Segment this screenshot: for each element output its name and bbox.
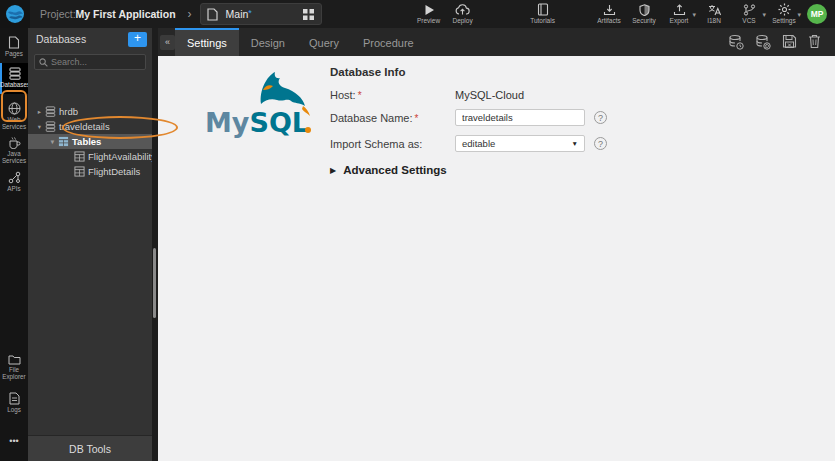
- select-caret-icon: ▼: [572, 140, 578, 147]
- database-name-row: Database Name:* ?: [330, 109, 607, 126]
- pages-icon: [8, 36, 20, 49]
- sidebar-item-web-services[interactable]: Web Services: [0, 98, 28, 130]
- required-mark: *: [415, 113, 419, 124]
- preview-button[interactable]: Preview: [414, 0, 444, 28]
- artifacts-button[interactable]: Artifacts: [594, 0, 624, 28]
- advanced-settings-label: Advanced Settings: [343, 164, 447, 176]
- i18n-translate-icon: [708, 4, 721, 16]
- tree-item-tables[interactable]: ▾ Tables: [28, 134, 152, 149]
- table-icon: [74, 166, 85, 177]
- form-heading: Database Info: [330, 66, 405, 78]
- panel-scrollbar-thumb[interactable]: [153, 248, 156, 318]
- top-bar: Project:My First Application › Main* Pre…: [0, 0, 835, 28]
- sidebar-item-file-explorer[interactable]: File Explorer: [0, 350, 28, 380]
- delete-database-icon[interactable]: [808, 34, 821, 49]
- database-search[interactable]: [34, 54, 146, 70]
- databases-panel: Databases + ▸ hrdb ▾ traveldetail: [28, 28, 152, 461]
- sidebar-item-logs[interactable]: Logs: [0, 388, 28, 414]
- tree-item-traveldetails[interactable]: ▾ traveldetails: [28, 119, 152, 134]
- tutorials-button[interactable]: Tutorials: [528, 0, 558, 28]
- vcs-branch-icon: [743, 4, 756, 16]
- page-file-icon: [207, 8, 218, 21]
- vcs-button[interactable]: VCS ▾: [734, 0, 764, 28]
- database-icon: [45, 106, 56, 117]
- export-button[interactable]: Export ▾: [664, 0, 694, 28]
- tab-settings[interactable]: Settings: [175, 28, 239, 56]
- java-services-coffee-icon: [8, 136, 21, 149]
- database-actions-group: [728, 34, 821, 50]
- security-button[interactable]: Security: [629, 0, 659, 28]
- export-upload-icon: [673, 4, 686, 16]
- settings-content: MySQL Database Info Host:* MySQL-Cloud D…: [158, 56, 835, 461]
- tree-item-hrdb[interactable]: ▸ hrdb: [28, 104, 152, 119]
- deploy-button[interactable]: Deploy: [448, 0, 478, 28]
- tree-item-flightavailability[interactable]: FlightAvailability: [28, 149, 152, 164]
- import-schema-select[interactable]: editable ▼: [455, 135, 585, 152]
- advanced-settings-toggle[interactable]: ▶ Advanced Settings: [330, 164, 447, 176]
- tab-design[interactable]: Design: [239, 28, 297, 56]
- host-row: Host:* MySQL-Cloud: [330, 89, 524, 101]
- open-page-tab-main[interactable]: Main*: [200, 3, 322, 25]
- preview-play-icon: [423, 4, 435, 16]
- content-tab-bar: « Settings Design Query Procedure: [158, 28, 835, 56]
- search-input[interactable]: [51, 57, 141, 67]
- databases-icon: [9, 67, 21, 80]
- tree-item-flightdetails[interactable]: FlightDetails: [28, 164, 152, 179]
- sidebar-item-java-services[interactable]: Java Services: [0, 132, 28, 164]
- sidebar-item-pages[interactable]: Pages: [0, 32, 28, 58]
- project-label: Project:: [40, 8, 76, 20]
- tab-procedure[interactable]: Procedure: [351, 28, 426, 56]
- database-name-input[interactable]: [455, 109, 585, 126]
- main-tab-label: Main*: [226, 8, 252, 20]
- dashboard-grid-icon[interactable]: [302, 8, 315, 21]
- user-avatar[interactable]: MP: [807, 4, 827, 24]
- run-actions-group: Preview Deploy: [414, 0, 478, 28]
- save-database-icon[interactable]: [782, 34, 797, 49]
- breadcrumb-chevron-icon: ›: [188, 7, 192, 21]
- i18n-button[interactable]: I18N: [699, 0, 729, 28]
- expander-open-icon[interactable]: ▾: [35, 123, 44, 131]
- app-logo[interactable]: [0, 0, 30, 28]
- tab-query[interactable]: Query: [297, 28, 351, 56]
- logs-icon: [9, 392, 20, 405]
- breadcrumb: Project:My First Application: [40, 8, 176, 20]
- sidebar-item-apis[interactable]: APIs: [0, 167, 28, 193]
- required-mark: *: [358, 90, 362, 101]
- database-tree: ▸ hrdb ▾ traveldetails ▾: [28, 104, 152, 179]
- table-icon: [74, 151, 85, 162]
- database-name-label: Database Name:*: [330, 112, 455, 124]
- expander-collapsed-icon[interactable]: ▸: [35, 108, 44, 116]
- web-services-globe-icon: [8, 102, 21, 115]
- svg-text:MySQL: MySQL: [205, 107, 309, 138]
- update-database-icon[interactable]: [728, 34, 744, 50]
- wavemaker-logo-icon: [6, 5, 24, 23]
- import-schema-help-icon[interactable]: ?: [594, 137, 607, 150]
- unsaved-indicator: *: [248, 8, 252, 18]
- section-expander-icon: ▶: [330, 166, 336, 175]
- vcs-caret-icon: ▾: [762, 11, 766, 19]
- panel-title: Databases: [36, 33, 86, 45]
- databases-panel-header: Databases +: [28, 28, 152, 50]
- artifacts-download-icon: [603, 4, 616, 16]
- export-caret-icon: ▾: [692, 11, 696, 19]
- settings-button[interactable]: Settings ▾: [769, 0, 799, 28]
- reimport-database-icon[interactable]: [755, 34, 771, 50]
- apis-icon: [8, 171, 21, 184]
- search-icon: [39, 58, 48, 67]
- utility-actions-group: Artifacts Security Export ▾ I18N: [594, 0, 799, 28]
- database-icon: [45, 121, 56, 132]
- tree-item-label: hrdb: [59, 106, 78, 117]
- host-label: Host:*: [330, 89, 455, 101]
- sidebar-more-button[interactable]: •••: [0, 432, 28, 446]
- tree-item-label: FlightDetails: [88, 166, 140, 177]
- file-explorer-folder-icon: [8, 354, 21, 365]
- database-name-help-icon[interactable]: ?: [594, 111, 607, 124]
- collapse-panel-button[interactable]: «: [160, 35, 175, 50]
- expander-open-icon[interactable]: ▾: [48, 138, 57, 146]
- sidebar-item-databases[interactable]: Databases: [0, 63, 28, 94]
- security-shield-icon: [639, 4, 650, 16]
- db-tools-button[interactable]: DB Tools: [28, 435, 152, 461]
- add-database-button[interactable]: +: [128, 32, 147, 47]
- mysql-logo: MySQL: [205, 66, 323, 148]
- settings-gear-icon: [778, 3, 791, 16]
